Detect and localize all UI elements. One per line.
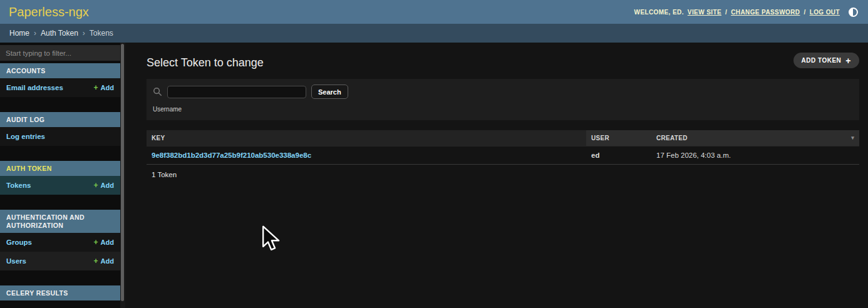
breadcrumb: Home › Auth Token › Tokens: [0, 24, 868, 43]
paperless-admin-window: Paperless-ngx WELCOME, ED. VIEW SITE / C…: [0, 0, 868, 308]
brand-link[interactable]: Paperless-ngx: [9, 5, 89, 19]
sidebar-section-accounts: ACCOUNTS Email addresses + Add: [0, 63, 120, 97]
sidebar-item-tokens[interactable]: Tokens + Add: [0, 176, 120, 195]
plus-icon: +: [845, 56, 851, 65]
plus-icon: +: [94, 181, 98, 190]
add-group-link[interactable]: + Add: [94, 238, 114, 247]
section-header-auth-token[interactable]: AUTH TOKEN: [0, 161, 120, 176]
search-button[interactable]: Search: [311, 85, 348, 99]
link-separator: /: [803, 9, 805, 16]
groups-link[interactable]: Groups: [6, 239, 32, 246]
sort-options-icon[interactable]: ▾: [851, 135, 854, 141]
sidebar-section-celery-results: CELERY RESULTS: [0, 285, 120, 300]
add-user-link[interactable]: + Add: [94, 257, 114, 265]
sidebar-scrollbar[interactable]: [120, 43, 125, 308]
sidebar-filter-input[interactable]: [0, 45, 120, 61]
section-header-authentication[interactable]: AUTHENTICATION AND AUTHORIZATION: [0, 210, 120, 233]
column-header-key: KEY: [147, 130, 586, 146]
sidebar-item-groups[interactable]: Groups + Add: [0, 233, 120, 252]
column-header-user[interactable]: USER: [586, 130, 651, 146]
sidebar-section-audit-log: AUDIT LOG Log entries: [0, 112, 120, 146]
search-icon: [153, 87, 162, 96]
result-count: 1 Token: [147, 164, 859, 185]
results-table: KEY USER CREATED ▾ 9e8f382bd1b2d3d77a25b…: [147, 130, 859, 185]
column-header-created-label: CREATED: [656, 135, 688, 141]
breadcrumb-separator: ›: [83, 29, 85, 38]
column-header-created[interactable]: CREATED ▾: [651, 130, 859, 146]
add-label: Add: [101, 257, 114, 265]
top-bar: Paperless-ngx WELCOME, ED. VIEW SITE / C…: [0, 0, 868, 24]
tokens-link[interactable]: Tokens: [6, 182, 31, 189]
add-email-address-link[interactable]: + Add: [94, 83, 114, 92]
user-tools: WELCOME, ED. VIEW SITE / CHANGE PASSWORD…: [634, 8, 858, 17]
scrollbar-thumb[interactable]: [121, 44, 124, 301]
table-row: 9e8f382bd1b2d3d77a25b9f210ab530e338a9e8c…: [147, 146, 859, 165]
view-site-link[interactable]: VIEW SITE: [688, 9, 721, 16]
sidebar-section-auth-token: AUTH TOKEN Tokens + Add: [0, 161, 120, 195]
section-header-audit-log[interactable]: AUDIT LOG: [0, 112, 120, 127]
email-addresses-link[interactable]: Email addresses: [6, 84, 63, 91]
breadcrumb-auth-token-link[interactable]: Auth Token: [41, 29, 78, 38]
add-label: Add: [101, 84, 114, 91]
plus-icon: +: [94, 257, 98, 265]
log-out-link[interactable]: LOG OUT: [810, 9, 840, 16]
plus-icon: +: [94, 238, 98, 247]
users-link[interactable]: Users: [6, 257, 26, 265]
breadcrumb-home-link[interactable]: Home: [9, 29, 29, 38]
add-token-button[interactable]: ADD TOKEN +: [793, 53, 859, 68]
link-separator: /: [725, 9, 727, 16]
user-cell: ed: [586, 146, 651, 165]
main-content: Select Token to change ADD TOKEN + Searc…: [125, 43, 868, 308]
add-label: Add: [101, 182, 114, 189]
plus-icon: +: [94, 83, 98, 92]
add-label: Add: [101, 239, 114, 246]
add-token-button-label: ADD TOKEN: [802, 57, 842, 64]
add-token-link[interactable]: + Add: [94, 181, 114, 190]
search-field-label: Username: [153, 106, 853, 113]
welcome-text: WELCOME, ED.: [634, 9, 684, 16]
sidebar-item-log-entries[interactable]: Log entries: [0, 127, 120, 146]
search-input[interactable]: [167, 86, 306, 98]
search-panel: Search Username: [147, 79, 859, 120]
sidebar-item-users[interactable]: Users + Add: [0, 252, 120, 270]
section-header-accounts[interactable]: ACCOUNTS: [0, 63, 120, 78]
breadcrumb-separator: ›: [34, 29, 36, 38]
change-password-link[interactable]: CHANGE PASSWORD: [731, 9, 800, 16]
section-header-celery-results[interactable]: CELERY RESULTS: [0, 285, 120, 300]
page-title: Select Token to change: [147, 56, 859, 69]
token-key-link[interactable]: 9e8f382bd1b2d3d77a25b9f210ab530e338a9e8c: [152, 151, 311, 159]
sidebar-section-authentication: AUTHENTICATION AND AUTHORIZATION Groups …: [0, 210, 120, 270]
breadcrumb-current: Tokens: [90, 29, 113, 38]
log-entries-link[interactable]: Log entries: [6, 133, 45, 140]
theme-toggle-icon[interactable]: [849, 8, 858, 17]
admin-sidebar: ACCOUNTS Email addresses + Add AUDIT LOG…: [0, 43, 125, 308]
sidebar-item-email-addresses[interactable]: Email addresses + Add: [0, 78, 120, 97]
table-header-row: KEY USER CREATED ▾: [147, 130, 859, 146]
created-cell: 17 Feb 2026, 4:03 a.m.: [651, 146, 859, 165]
